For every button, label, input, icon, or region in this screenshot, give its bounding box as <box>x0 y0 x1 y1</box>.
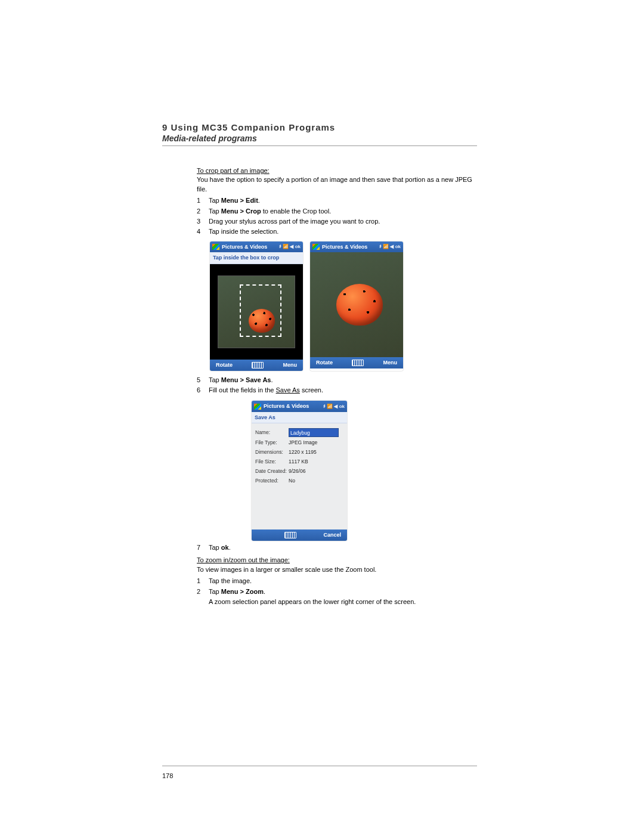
divider <box>162 145 477 146</box>
section-heading: Media-related programs <box>162 134 477 143</box>
device-titlebar: Pictures & Videos ♯ 📶 ◀ ok <box>310 241 403 253</box>
windows-logo-icon <box>212 244 219 250</box>
result-canvas <box>310 252 403 357</box>
cancel-button[interactable]: Cancel <box>323 531 341 539</box>
device-crop: Pictures & Videos ♯ 📶 ◀ ok Tap inside th… <box>210 241 303 371</box>
body: To crop part of an image: You have the o… <box>197 166 477 606</box>
zoom-steps: 1 Tap the image. 2 Tap Menu > Zoom. <box>197 577 477 596</box>
saveas-body: Name: File Type: JPEG Image Dimensions: … <box>252 423 347 529</box>
crop-intro: You have the option to specify a portion… <box>197 175 477 194</box>
windows-logo-icon <box>312 244 320 250</box>
keyboard-icon[interactable] <box>252 362 264 368</box>
rotate-button[interactable]: Rotate <box>316 359 333 367</box>
crop-message: Tap inside the box to crop <box>210 252 303 264</box>
device-titlebar: Pictures & Videos ♯ 📶 ◀ ok <box>210 241 303 253</box>
step-3: 3 Drag your stylus across part of the im… <box>197 217 477 226</box>
field-name: Name: <box>255 428 343 437</box>
crop-steps-2: 5 Tap Menu > Save As. 6 Fill out the fie… <box>197 376 477 395</box>
ladybug-icon <box>336 284 383 326</box>
menu-button[interactable]: Menu <box>283 361 297 369</box>
result-image <box>310 252 403 357</box>
device-result: Pictures & Videos ♯ 📶 ◀ ok Rotate Menu <box>310 241 403 371</box>
crop-rectangle <box>240 284 282 337</box>
step-2: 2 Tap Menu > Crop to enable the Crop too… <box>197 207 477 216</box>
keyboard-icon[interactable] <box>352 360 364 366</box>
menu-button[interactable]: Menu <box>383 359 397 367</box>
crop-steps-3: 7 Tap ok. <box>197 543 477 552</box>
saveas-footer: Cancel <box>252 529 347 541</box>
crop-steps-1: 1 Tap Menu > Edit. 2 Tap Menu > Crop to … <box>197 196 477 237</box>
crop-image <box>218 275 295 348</box>
zoom-step-1: 1 Tap the image. <box>197 577 477 586</box>
step-7: 7 Tap ok. <box>197 543 477 552</box>
field-protected: Protected: No <box>255 478 343 485</box>
name-input[interactable] <box>289 428 339 437</box>
device-footer: Rotate Menu <box>310 357 403 368</box>
manual-page: 9 Using MC35 Companion Programs Media-re… <box>0 0 644 833</box>
footer-divider <box>162 766 477 766</box>
chapter-heading: 9 Using MC35 Companion Programs <box>162 122 477 132</box>
windows-logo-icon <box>254 404 261 410</box>
zoom-heading: To zoom in/zoom out the image: <box>197 556 477 565</box>
step-5: 5 Tap Menu > Save As. <box>197 376 477 385</box>
device-titlebar: Pictures & Videos ♯ 📶 ◀ ok <box>252 401 347 412</box>
field-type: File Type: JPEG Image <box>255 439 343 447</box>
device-footer: Rotate Menu <box>210 360 303 371</box>
step-6: 6 Fill out the fields in the Save As scr… <box>197 386 477 395</box>
step-1: 1 Tap Menu > Edit. <box>197 196 477 205</box>
zoom-intro: To view images in a larger or smaller sc… <box>197 565 477 574</box>
crop-heading: To crop part of an image: <box>197 166 477 175</box>
saveas-wrap: Pictures & Videos ♯ 📶 ◀ ok Save As Name:… <box>252 401 477 541</box>
saveas-title: Save As <box>252 412 347 424</box>
field-size: File Size: 1117 KB <box>255 459 343 466</box>
step-4: 4 Tap inside the selection. <box>197 227 477 236</box>
keyboard-icon[interactable] <box>284 532 296 538</box>
field-date: Date Created: 9/26/06 <box>255 468 343 475</box>
zoom-note: A zoom selection panel appears on the lo… <box>209 597 477 606</box>
rotate-button[interactable]: Rotate <box>216 361 233 369</box>
page-number: 178 <box>162 772 173 779</box>
crop-canvas <box>210 264 303 360</box>
zoom-step-2: 2 Tap Menu > Zoom. <box>197 587 477 596</box>
device-row: Pictures & Videos ♯ 📶 ◀ ok Tap inside th… <box>210 241 477 371</box>
field-dimensions: Dimensions: 1220 x 1195 <box>255 449 343 456</box>
device-saveas: Pictures & Videos ♯ 📶 ◀ ok Save As Name:… <box>252 401 347 541</box>
